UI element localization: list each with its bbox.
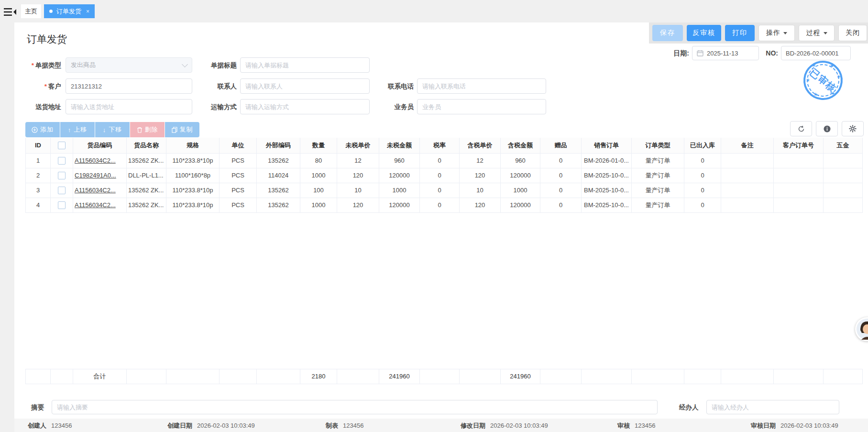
contact-input[interactable] [240,78,370,94]
cell [257,369,300,384]
date-picker[interactable]: 2025-11-13 [692,46,759,60]
column-header: 已出入库 [684,138,721,153]
cell: 110*233.8*10p [166,198,220,212]
transport-input[interactable] [240,99,370,114]
trash-icon [137,127,143,133]
settings-button[interactable] [842,121,864,136]
cell: 960 [501,153,540,168]
operate-dropdown-button[interactable]: 操作 [758,25,795,41]
select-all-checkbox[interactable] [58,142,66,149]
doc-title-input[interactable] [240,57,370,73]
cell [824,153,863,168]
menu-fold-icon[interactable] [4,7,16,19]
summary-input[interactable] [52,400,658,414]
cell: 1000 [300,168,337,183]
move-down-label: 下移 [109,125,122,134]
cell: 2 [26,168,51,183]
arrow-down-icon: ↓ [103,126,107,133]
cell: 量产订单 [632,183,684,198]
doc-type-label: *单据类型 [9,61,61,70]
audit-date-field: 审核日期2026-02-03 10:03:49 [751,421,838,430]
cell [684,369,721,384]
cell [774,369,824,384]
cell [51,198,73,212]
table-header-row: ID货品编码货品名称规格单位外部编码数量未税单价未税金额税率含税单价含税金额赠品… [26,138,863,153]
move-up-button[interactable]: ↑ 上移 [60,122,95,137]
move-down-button[interactable]: ↓ 下移 [95,122,130,137]
cell [721,369,774,384]
cell: 120 [337,198,379,212]
cell [824,183,863,198]
refresh-button[interactable] [790,121,812,136]
page-title: 订单发货 [27,33,67,46]
address-input[interactable] [66,99,192,114]
delete-row-button[interactable]: 删除 [130,122,165,137]
cell [721,153,774,168]
caret-down-icon [824,32,827,34]
add-row-button[interactable]: 添加 [25,122,60,137]
agent-input[interactable] [706,400,839,414]
tab-close-icon[interactable]: × [86,8,89,15]
phone-input[interactable] [417,78,546,94]
select-all-header[interactable] [51,138,73,153]
print-button[interactable]: 打印 [725,25,755,41]
cell: 1000 [501,183,540,198]
cell [460,369,501,384]
cell: 135262 ZK... [127,183,166,198]
doc-type-value: 发出商品 [71,61,96,69]
info-button[interactable] [816,121,838,136]
cell [824,369,863,384]
save-button[interactable]: 保存 [652,25,683,41]
cell: 0 [540,183,582,198]
row-checkbox[interactable] [58,187,66,194]
tab-home[interactable]: 主页 [21,4,41,18]
row-checkbox[interactable] [58,172,66,179]
column-header: 规格 [166,138,220,153]
cell: 120 [460,198,501,212]
item-code-link[interactable]: A1156034C2... [75,201,116,209]
cell: 135262 [257,183,300,198]
cell: 0 [420,198,460,212]
tab-order-shipment[interactable]: 订单发货 × [44,4,95,18]
column-header: 外部编码 [257,138,300,153]
row-checkbox[interactable] [58,157,66,165]
column-header: 备注 [721,138,774,153]
close-button[interactable]: 关闭 [838,25,867,41]
cell: 12 [337,153,379,168]
row-checkbox[interactable] [58,201,66,209]
cell: 114024 [257,168,300,183]
address-label: 送货地址 [9,103,61,111]
unaudit-button[interactable]: 反审核 [687,25,721,41]
cell: 135262 [257,198,300,212]
cell: BM-2025-10-0... [582,168,632,183]
cell: 量产订单 [632,153,684,168]
tab-order-shipment-label: 订单发货 [56,7,81,16]
cell: PCS [220,183,257,198]
item-code-link[interactable]: A1156034C2... [75,157,116,164]
delete-row-label: 删除 [145,125,158,134]
cell: 4 [26,198,51,212]
cell: 0 [540,153,582,168]
top-tab-bar: 主页 订单发货 × [0,0,868,22]
item-code-link[interactable]: C1982491A0... [75,172,116,179]
cell [420,369,460,384]
cell: 量产订单 [632,168,684,183]
cell: 合计 [73,369,127,384]
cell: 120000 [501,168,540,183]
doc-type-select[interactable]: 发出商品 [66,57,192,73]
item-code-link[interactable]: A1156034C2... [75,187,116,194]
cell: 12 [460,153,501,168]
salesman-input[interactable] [417,99,546,114]
customer-input[interactable] [66,78,192,94]
tabulator-field: 制表123456 [326,421,363,430]
cell: 10 [460,183,501,198]
required-mark: * [32,62,34,69]
cell: 0 [684,153,721,168]
cell [721,168,774,183]
transport-label: 运输方式 [184,103,237,111]
copy-row-button[interactable]: 复制 [165,122,199,137]
active-dot-icon [49,10,53,13]
process-dropdown-button[interactable]: 过程 [799,25,835,41]
table-row: 4A1156034C2...135262 ZK...110*233.8*10pP… [26,198,863,212]
tab-home-label: 主页 [25,7,37,16]
